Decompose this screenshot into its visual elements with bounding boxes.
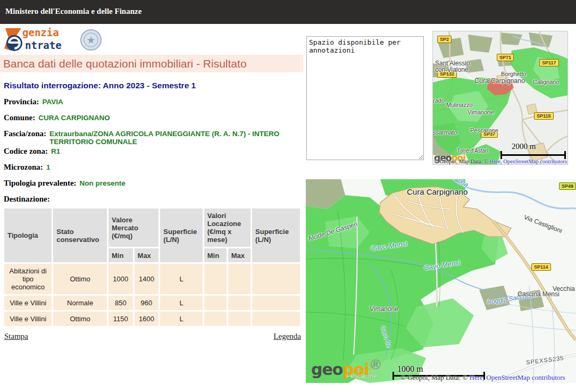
road-badge-sp117: SP117 — [539, 59, 559, 66]
here-link[interactable]: Here, — [490, 159, 502, 164]
place-label: Calignano — [533, 79, 560, 85]
osm-link[interactable]: OpenStreetMap contributors — [485, 373, 565, 381]
ministry-title: Ministero dell'Economia e delle Finanze — [5, 7, 141, 16]
ministry-top-bar: Ministero dell'Economia e delle Finanze — [0, 0, 576, 24]
field-codice-zona: Codice zona: R1 — [4, 147, 304, 156]
osm-link[interactable]: OpenStreetMap contributors — [502, 159, 567, 164]
col-header-stato: Stato conservativo — [53, 208, 107, 262]
table-row: Ville e Villini Normale 850 960 L — [4, 296, 300, 310]
scale-bar — [500, 151, 566, 159]
field-destinazione: Destinazione: — [4, 195, 304, 204]
table-links-row: Stampa Legenda — [4, 332, 301, 341]
road-badge-sp71: SP71 — [497, 54, 514, 61]
scale-label: 2000 m — [512, 142, 536, 151]
field-comune: Comune: CURA CARPIGNANO — [4, 113, 304, 122]
road-badge-sp2: SP2 — [437, 36, 452, 43]
agenzia-entrate-logo-icon: genzia ntrate — [3, 27, 81, 53]
result-heading: Risultato interrogazione: Anno 2023 - Se… — [4, 81, 304, 90]
town-label: Cura Carpignano — [407, 189, 468, 195]
quotations-table: Tipologia Stato conservativo Valore Merc… — [3, 207, 302, 328]
geopoi-logo: geopoi® — [311, 357, 382, 379]
place-label: ssarmato — [433, 129, 457, 136]
left-column: genzia ntrate ★ Banca dati delle quotazi… — [0, 24, 304, 341]
col-header-vm-max: Max — [135, 248, 159, 262]
place-label: Borghetto — [501, 71, 527, 77]
overview-map[interactable]: SP2 SP71 SP117 SP132 SP115 SP37 Sant'Ale… — [432, 31, 568, 165]
table-row: Ville e Villini Ottimo 1150 1600 L — [4, 312, 300, 326]
svg-text:genzia: genzia — [22, 27, 59, 38]
place-label: Vimanone — [468, 109, 494, 115]
stampa-link[interactable]: Stampa — [4, 332, 28, 341]
road-badge-sp49: SP49 — [559, 182, 576, 190]
field-fascia-zona: Fascia/zona: Extraurbana/ZONA AGRICOLA P… — [4, 129, 304, 146]
place-label: Vimanone — [370, 306, 398, 312]
logo-row: genzia ntrate ★ — [0, 24, 304, 55]
overview-map-canvas — [433, 31, 568, 165]
place-label: Mulinazzo — [446, 102, 473, 108]
road-badge-sp114: SP114 — [531, 263, 551, 271]
svg-text:★: ★ — [86, 35, 95, 46]
here-link[interactable]: Here, — [470, 373, 485, 381]
place-label: rado — [433, 97, 445, 104]
zone-map-canvas — [306, 179, 576, 383]
col-header-tipologia: Tipologia — [4, 208, 52, 262]
field-microzona: Microzona: 1 — [4, 163, 304, 172]
map-attribution: © Geopoi, Map Data: © Here, OpenStreetMa… — [434, 159, 567, 164]
place-label: Sant'Alessio con Vialone — [435, 60, 482, 73]
col-header-superficie: Superficie (L/N) — [160, 208, 202, 262]
col-header-vm-min: Min — [108, 248, 133, 262]
col-header-vl-max: Max — [228, 248, 251, 262]
place-label: Cura Carpignano — [474, 78, 525, 84]
table-row: Abitazioni di tipo economico Ottimo 1000… — [4, 264, 300, 294]
page-title-banner: Banca dati delle quotazioni immobiliari … — [0, 55, 303, 72]
legenda-link[interactable]: Legenda — [273, 332, 301, 341]
field-tipologia-prevalente: Tipologia prevalente: Non presente — [4, 179, 304, 188]
col-header-vl-min: Min — [204, 248, 227, 262]
map-attribution: © Geopoi, Map Data: © Here, OpenStreetMa… — [400, 373, 565, 382]
field-provincia: Provincia: PAVIA — [4, 97, 304, 106]
republic-emblem-icon: ★ — [80, 28, 102, 52]
col-header-valore-mercato: Valore Mercato (€/mq) — [108, 208, 158, 247]
annotations-textarea[interactable]: Spazio disponibile per annotazioni — [306, 36, 424, 160]
col-header-valori-locazione: Valori Locazione (€/mq x mese) — [204, 208, 251, 247]
col-header-superficie-2: Superficie (L/N) — [252, 208, 300, 262]
road-badge-sp115: SP115 — [534, 112, 554, 120]
zone-map[interactable]: Cura Carpignano SP49 SP114 Via Castiglio… — [306, 179, 576, 383]
place-label: Vecchia — [553, 286, 575, 292]
svg-text:ntrate: ntrate — [25, 39, 62, 51]
place-label: Pescarone — [470, 127, 498, 134]
